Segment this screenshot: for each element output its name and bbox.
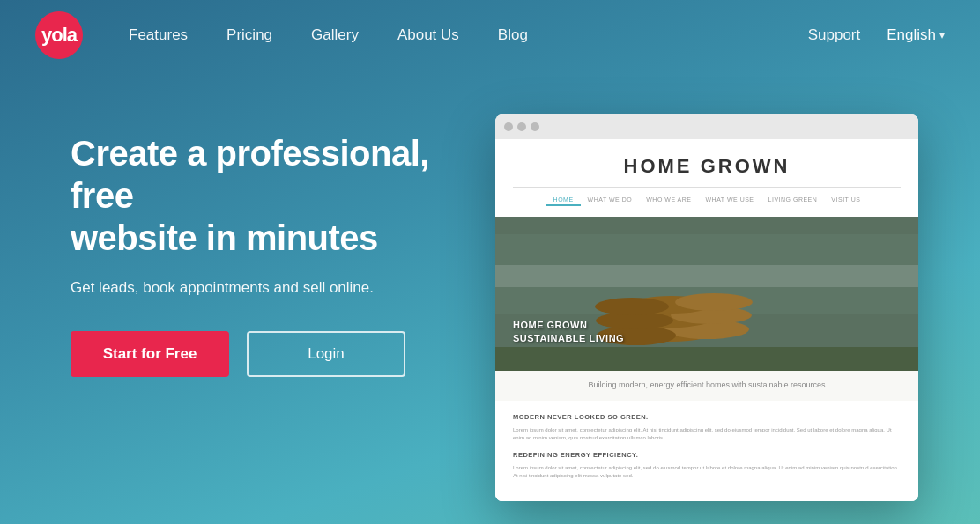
preview-hero-text: HOME GROWN SUSTAINABLE LIVING [513, 319, 624, 344]
browser-dot-2 [517, 122, 526, 131]
hero-subtitle: Get leads, book appointments and sell on… [71, 277, 494, 299]
hero-section: Create a professional, freewebsite in mi… [0, 70, 980, 524]
right-nav: Support English ▾ [808, 26, 945, 44]
svg-rect-2 [495, 265, 918, 287]
hero-title: Create a professional, freewebsite in mi… [71, 132, 494, 259]
nav-item-pricing[interactable]: Pricing [207, 26, 292, 44]
preview-site-title: HOME GROWN [513, 155, 901, 178]
preview-nav-who-we-are: WHO WE ARE [639, 195, 698, 206]
preview-site-header: HOME GROWN HOME WHAT WE DO WHO WE ARE WH… [495, 139, 918, 217]
chevron-down-icon: ▾ [939, 29, 945, 41]
nav-item-blog[interactable]: Blog [479, 26, 547, 44]
start-for-free-button[interactable]: Start for Free [71, 331, 229, 377]
cta-buttons: Start for Free Login [71, 331, 494, 377]
preview-nav-what-we-use: WHAT WE USE [699, 195, 761, 206]
preview-site-body: MODERN NEVER LOOKED SO GREEN. Lorem ipsu… [495, 401, 918, 501]
preview-section1-body: Lorem ipsum dolor sit amet, consectetur … [513, 426, 901, 442]
preview-hero-headline-line2: SUSTAINABLE LIVING [513, 332, 624, 344]
preview-hero-headline-line1: HOME GROWN [513, 319, 624, 331]
nav-item-about-us[interactable]: About Us [378, 26, 479, 44]
hero-content: Create a professional, freewebsite in mi… [71, 106, 494, 377]
svg-point-10 [675, 293, 753, 311]
logo[interactable]: yola [35, 11, 83, 59]
hero-image: HOME GROWN HOME WHAT WE DO WHO WE ARE WH… [494, 106, 918, 501]
language-selector[interactable]: English ▾ [887, 26, 945, 44]
language-label: English [887, 26, 936, 44]
header: yola Features Pricing Gallery About Us B… [0, 0, 980, 70]
preview-section2-title: REDEFINING ENERGY EFFICIENCY. [513, 451, 901, 459]
browser-dot-1 [504, 122, 513, 131]
preview-section2-body: Lorem ipsum dolor sit amet, consectetur … [513, 464, 901, 480]
login-button[interactable]: Login [247, 331, 405, 377]
preview-subheader-text: Building modern, energy efficient homes … [504, 380, 909, 392]
preview-section1-title: MODERN NEVER LOOKED SO GREEN. [513, 413, 901, 421]
svg-rect-12 [495, 347, 918, 371]
nav-item-features[interactable]: Features [109, 26, 207, 44]
preview-nav-home: HOME [546, 195, 581, 206]
browser-dot-3 [531, 122, 539, 131]
preview-subheader: Building modern, energy efficient homes … [495, 371, 918, 401]
browser-bar [495, 114, 918, 139]
preview-nav-living-green: LIVING GREEN [761, 195, 825, 206]
svg-point-11 [595, 298, 669, 315]
browser-content: HOME GROWN HOME WHAT WE DO WHO WE ARE WH… [495, 139, 918, 501]
preview-hero-image: HOME GROWN SUSTAINABLE LIVING [495, 217, 918, 371]
scene-svg [495, 217, 918, 371]
support-link[interactable]: Support [808, 26, 861, 44]
browser-mockup: HOME GROWN HOME WHAT WE DO WHO WE ARE WH… [495, 114, 918, 501]
logo-text: yola [41, 24, 77, 47]
preview-nav-what-we-do: WHAT WE DO [581, 195, 640, 206]
preview-site-nav: HOME WHAT WE DO WHO WE ARE WHAT WE USE L… [513, 187, 901, 206]
preview-nav-visit-us: VISIT US [824, 195, 867, 206]
main-nav: Features Pricing Gallery About Us Blog [109, 26, 547, 44]
nav-item-gallery[interactable]: Gallery [292, 26, 378, 44]
